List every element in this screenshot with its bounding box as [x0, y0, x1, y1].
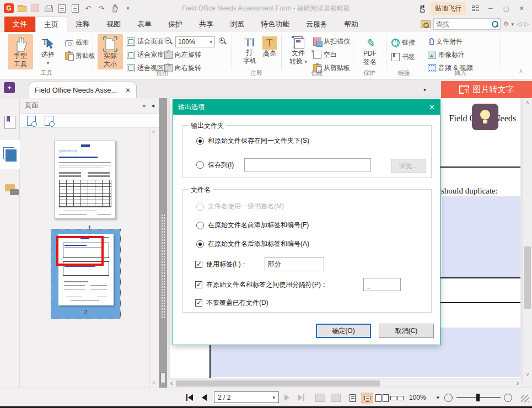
save-to-path-input[interactable] — [244, 158, 371, 171]
hand-mode-icon[interactable] — [109, 3, 120, 14]
previous-view-icon[interactable] — [315, 393, 325, 402]
page2-selection[interactable]: 2 — [51, 229, 120, 319]
reduce-thumbnails-icon[interactable] — [45, 116, 53, 126]
touch-mode-icon[interactable] — [416, 3, 427, 14]
bookmark-button[interactable]: 书签 — [391, 52, 415, 62]
link-button[interactable]: 链接 — [391, 37, 415, 47]
undo-icon[interactable]: ↶ — [83, 3, 94, 14]
tab-form[interactable]: 表单 — [129, 17, 160, 32]
collapse-ribbon-icon[interactable]: ˄ — [519, 68, 523, 74]
zoom-in-icon[interactable] — [218, 36, 227, 46]
search-settings-dropdown-icon[interactable]: ▾ — [512, 22, 514, 27]
minimize-button[interactable]: ─ — [485, 3, 497, 14]
expand-panel-icon[interactable]: » — [142, 102, 146, 109]
new-document-icon[interactable] — [69, 3, 80, 14]
browse-button[interactable]: 浏览... — [391, 159, 426, 173]
clipboard-button[interactable]: 剪贴板 ▾ — [65, 51, 100, 61]
last-page-button[interactable] — [298, 393, 304, 402]
checkbox-separator[interactable] — [195, 281, 202, 288]
close-button[interactable]: ✕ — [515, 3, 528, 14]
facing-layout-icon[interactable] — [376, 393, 388, 404]
print-icon[interactable] — [43, 3, 54, 14]
document-tab[interactable]: Field Office Needs Asse... ✕ — [29, 82, 137, 98]
find-next-icon[interactable]: ▷ — [524, 20, 529, 28]
pages-panel-icon[interactable] — [0, 140, 20, 169]
label-value-input[interactable] — [265, 257, 324, 271]
radio-append-label[interactable] — [196, 240, 204, 248]
bookmarks-panel-icon[interactable] — [0, 108, 20, 137]
checkbox-no-overwrite[interactable] — [195, 299, 202, 307]
scroll-up-icon[interactable]: ˄ — [523, 100, 532, 106]
continuous-layout-icon[interactable] — [361, 393, 373, 404]
horizontal-scrollbar[interactable]: ‹ › — [168, 379, 522, 388]
search-input[interactable] — [434, 20, 491, 28]
foxit-logo-icon[interactable]: G — [3, 3, 14, 14]
rotate-left-button[interactable]: 向左旋转 — [164, 50, 201, 60]
comments-panel-icon[interactable] — [0, 173, 20, 202]
enlarge-thumbnails-icon[interactable] — [27, 116, 36, 126]
tab-comment[interactable]: 注释 — [67, 17, 98, 32]
zoom-out-icon[interactable] — [164, 36, 173, 46]
cancel-button[interactable]: 取消(C) — [379, 324, 434, 338]
fullscreen-icon[interactable] — [469, 3, 481, 14]
panel-splitter[interactable] — [159, 98, 167, 388]
vertical-scrollbar[interactable]: ˄ ˅ — [523, 98, 532, 388]
tab-help[interactable]: 帮助 — [336, 17, 367, 32]
tab-list-dropdown-icon[interactable]: ▾ — [423, 87, 426, 93]
scroll-left-icon[interactable]: ‹ — [170, 379, 173, 388]
actual-size-button[interactable]: 实际 大小 — [98, 34, 123, 69]
thumbnail-scroll-up-icon[interactable]: ˄ — [150, 129, 157, 135]
fit-width-button[interactable]: 适合宽度 — [127, 50, 164, 60]
vertical-scroll-thumb[interactable] — [524, 246, 531, 309]
page-number-combo[interactable]: 2 / 2 ▾ — [214, 391, 279, 403]
toolbar-dropdown-icon[interactable]: ▾ — [122, 3, 133, 14]
collapse-panel-icon[interactable]: ◂ — [151, 102, 154, 109]
radio-same-folder[interactable] — [196, 137, 204, 145]
zoom-out-button[interactable] — [444, 393, 453, 402]
image-to-text-banner[interactable]: 图片转文字 — [441, 81, 532, 98]
search-settings-icon[interactable]: ⚙ — [503, 20, 509, 28]
zoom-level-combo[interactable]: 100% ▾ — [175, 36, 215, 47]
previous-page-button[interactable] — [202, 393, 207, 402]
tab-view[interactable]: 视图 — [98, 17, 129, 32]
first-page-button[interactable] — [186, 393, 193, 402]
checkbox-row-use-label[interactable]: 使用标签(L)： — [195, 257, 324, 271]
from-scanner-button[interactable]: 从扫描仪 — [313, 36, 350, 46]
tab-home[interactable]: 主页 — [35, 17, 67, 32]
resize-grip[interactable] — [521, 395, 529, 402]
tab-cloud[interactable]: 云服务 — [298, 17, 336, 32]
next-view-icon[interactable] — [331, 393, 341, 402]
assistant-lightbulb-button[interactable] — [472, 104, 498, 130]
radio-prepend-label[interactable] — [196, 222, 204, 229]
hand-tool-button[interactable]: 手型 工具 — [8, 34, 33, 69]
search-icon[interactable] — [491, 20, 498, 28]
radio-row-bookmark-name[interactable]: 文件名使用一级书签名(M) — [196, 202, 284, 211]
search-in-folder-icon[interactable] — [421, 20, 431, 28]
zoom-in-button[interactable] — [504, 393, 512, 402]
select-tool-button[interactable]: T 选择 ▾ — [35, 34, 61, 69]
redo-icon[interactable]: ↷ — [96, 3, 107, 14]
restore-button[interactable]: ▢ — [500, 3, 512, 14]
continuous-facing-layout-icon[interactable] — [391, 393, 403, 404]
zoom-dropdown-icon[interactable]: ▾ — [437, 393, 439, 402]
dialog-close-icon[interactable]: ✕ — [429, 103, 435, 111]
single-page-layout-icon[interactable] — [346, 393, 358, 404]
convert-file-button[interactable]: 文件 转换 ▾ — [286, 34, 311, 69]
fit-page-button[interactable]: 适合页面 — [127, 36, 164, 46]
image-annotation-button[interactable]: 图像标注 — [428, 50, 465, 60]
highlight-button[interactable]: T 高亮 — [257, 34, 282, 69]
zoom-slider[interactable] — [456, 397, 501, 398]
splitter-collapse-handle[interactable] — [160, 372, 165, 383]
separator-input[interactable] — [363, 278, 401, 291]
app-mini-logo-icon[interactable]: ✦ — [4, 82, 15, 93]
horizontal-scroll-thumb[interactable] — [176, 380, 380, 386]
pdf-sign-button[interactable]: ✎ PDF 签名 — [357, 34, 383, 69]
thumbnail-scrollbar[interactable]: ˄ ˅ — [149, 128, 157, 388]
save-icon[interactable] — [30, 3, 41, 14]
tab-browse[interactable]: 浏览 — [222, 17, 252, 32]
email-icon[interactable] — [56, 3, 67, 14]
blank-page-button[interactable]: 空白 — [313, 50, 337, 60]
checkbox-use-label[interactable] — [195, 261, 202, 268]
dialog-title-bar[interactable]: 输出选项 ✕ — [173, 100, 440, 115]
scroll-down-icon[interactable]: ˅ — [523, 372, 532, 378]
